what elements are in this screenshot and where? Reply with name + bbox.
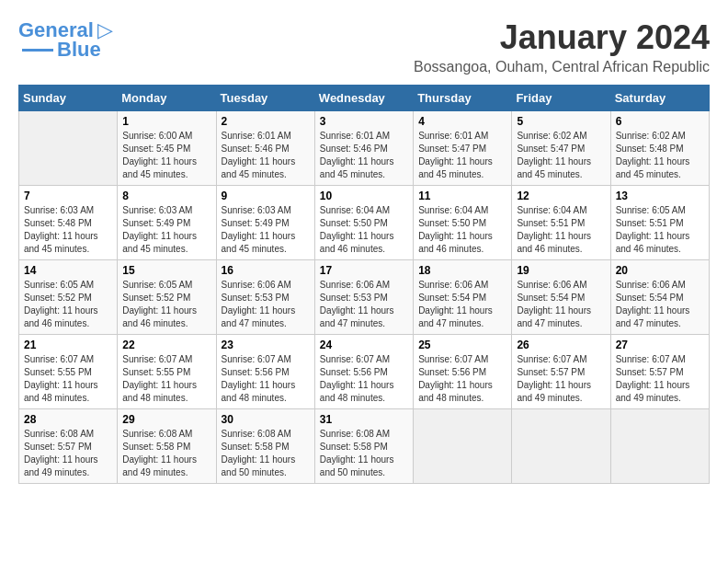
calendar-cell: 31 Sunrise: 6:08 AM Sunset: 5:58 PM Dayl… bbox=[314, 409, 413, 484]
calendar-cell: 9 Sunrise: 6:03 AM Sunset: 5:49 PM Dayli… bbox=[216, 186, 314, 260]
day-number: 31 bbox=[320, 413, 408, 426]
title-section: January 2024 Bossangoa, Ouham, Central A… bbox=[414, 18, 710, 75]
day-info: Sunrise: 6:06 AM Sunset: 5:54 PM Dayligh… bbox=[418, 280, 493, 328]
calendar-cell: 8 Sunrise: 6:03 AM Sunset: 5:49 PM Dayli… bbox=[118, 186, 216, 260]
calendar-cell: 19 Sunrise: 6:06 AM Sunset: 5:54 PM Dayl… bbox=[512, 260, 610, 335]
day-number: 11 bbox=[418, 190, 506, 202]
day-info: Sunrise: 6:07 AM Sunset: 5:56 PM Dayligh… bbox=[320, 354, 394, 403]
day-header-saturday: Saturday bbox=[610, 86, 709, 111]
calendar-cell: 24 Sunrise: 6:07 AM Sunset: 5:56 PM Dayl… bbox=[314, 335, 413, 409]
calendar-table: SundayMondayTuesdayWednesdayThursdayFrid… bbox=[18, 85, 710, 484]
day-number: 27 bbox=[616, 339, 704, 351]
week-row-1: 1 Sunrise: 6:00 AM Sunset: 5:45 PM Dayli… bbox=[19, 111, 710, 186]
day-info: Sunrise: 6:00 AM Sunset: 5:45 PM Dayligh… bbox=[122, 131, 197, 179]
calendar-cell: 18 Sunrise: 6:06 AM Sunset: 5:54 PM Dayl… bbox=[414, 260, 512, 335]
day-header-thursday: Thursday bbox=[414, 86, 512, 111]
day-info: Sunrise: 6:05 AM Sunset: 5:51 PM Dayligh… bbox=[616, 205, 690, 254]
day-header-monday: Monday bbox=[118, 86, 216, 111]
day-info: Sunrise: 6:03 AM Sunset: 5:48 PM Dayligh… bbox=[24, 205, 98, 254]
day-info: Sunrise: 6:07 AM Sunset: 5:57 PM Dayligh… bbox=[517, 354, 591, 403]
calendar-cell bbox=[414, 409, 512, 484]
day-info: Sunrise: 6:07 AM Sunset: 5:55 PM Dayligh… bbox=[122, 354, 197, 403]
day-number: 13 bbox=[616, 190, 704, 202]
day-number: 5 bbox=[517, 115, 605, 128]
header: General ▷ Blue January 2024 Bossangoa, O… bbox=[18, 18, 710, 75]
day-number: 23 bbox=[222, 339, 310, 351]
day-number: 18 bbox=[418, 264, 506, 277]
day-info: Sunrise: 6:07 AM Sunset: 5:56 PM Dayligh… bbox=[222, 354, 296, 403]
day-number: 25 bbox=[418, 339, 506, 351]
day-info: Sunrise: 6:02 AM Sunset: 5:47 PM Dayligh… bbox=[517, 131, 591, 179]
day-info: Sunrise: 6:07 AM Sunset: 5:56 PM Dayligh… bbox=[418, 354, 493, 403]
calendar-cell bbox=[610, 409, 709, 484]
day-info: Sunrise: 6:06 AM Sunset: 5:53 PM Dayligh… bbox=[320, 280, 394, 328]
day-info: Sunrise: 6:08 AM Sunset: 5:58 PM Dayligh… bbox=[222, 429, 296, 477]
day-info: Sunrise: 6:01 AM Sunset: 5:46 PM Dayligh… bbox=[222, 131, 296, 179]
day-info: Sunrise: 6:04 AM Sunset: 5:51 PM Dayligh… bbox=[517, 205, 591, 254]
day-number: 9 bbox=[222, 190, 310, 202]
day-header-sunday: Sunday bbox=[19, 86, 118, 111]
day-number: 10 bbox=[320, 190, 408, 202]
calendar-cell: 6 Sunrise: 6:02 AM Sunset: 5:48 PM Dayli… bbox=[610, 111, 709, 186]
logo: General ▷ Blue bbox=[18, 18, 113, 61]
subtitle: Bossangoa, Ouham, Central African Republ… bbox=[414, 59, 710, 75]
day-number: 20 bbox=[616, 264, 704, 277]
day-info: Sunrise: 6:07 AM Sunset: 5:55 PM Dayligh… bbox=[24, 354, 98, 403]
calendar-cell: 10 Sunrise: 6:04 AM Sunset: 5:50 PM Dayl… bbox=[314, 186, 413, 260]
day-info: Sunrise: 6:04 AM Sunset: 5:50 PM Dayligh… bbox=[418, 205, 493, 254]
day-info: Sunrise: 6:05 AM Sunset: 5:52 PM Dayligh… bbox=[24, 280, 98, 328]
day-number: 2 bbox=[222, 115, 310, 128]
day-info: Sunrise: 6:06 AM Sunset: 5:54 PM Dayligh… bbox=[517, 280, 591, 328]
day-info: Sunrise: 6:01 AM Sunset: 5:46 PM Dayligh… bbox=[320, 131, 394, 179]
day-number: 3 bbox=[320, 115, 408, 128]
calendar-cell: 2 Sunrise: 6:01 AM Sunset: 5:46 PM Dayli… bbox=[216, 111, 314, 186]
calendar-cell: 27 Sunrise: 6:07 AM Sunset: 5:57 PM Dayl… bbox=[610, 335, 709, 409]
calendar-cell: 22 Sunrise: 6:07 AM Sunset: 5:55 PM Dayl… bbox=[118, 335, 216, 409]
calendar-cell: 20 Sunrise: 6:06 AM Sunset: 5:54 PM Dayl… bbox=[610, 260, 709, 335]
calendar-cell: 15 Sunrise: 6:05 AM Sunset: 5:52 PM Dayl… bbox=[118, 260, 216, 335]
calendar-cell: 4 Sunrise: 6:01 AM Sunset: 5:47 PM Dayli… bbox=[414, 111, 512, 186]
day-info: Sunrise: 6:03 AM Sunset: 5:49 PM Dayligh… bbox=[222, 205, 296, 254]
calendar-cell bbox=[512, 409, 610, 484]
calendar-cell: 14 Sunrise: 6:05 AM Sunset: 5:52 PM Dayl… bbox=[19, 260, 118, 335]
calendar-cell: 3 Sunrise: 6:01 AM Sunset: 5:46 PM Dayli… bbox=[314, 111, 413, 186]
day-number: 12 bbox=[517, 190, 605, 202]
day-number: 22 bbox=[122, 339, 210, 351]
day-number: 19 bbox=[517, 264, 605, 277]
day-number: 26 bbox=[517, 339, 605, 351]
main-title: January 2024 bbox=[414, 18, 710, 57]
day-info: Sunrise: 6:05 AM Sunset: 5:52 PM Dayligh… bbox=[122, 280, 197, 328]
calendar-cell: 23 Sunrise: 6:07 AM Sunset: 5:56 PM Dayl… bbox=[216, 335, 314, 409]
day-number: 24 bbox=[320, 339, 408, 351]
day-number: 28 bbox=[24, 413, 112, 426]
day-number: 17 bbox=[320, 264, 408, 277]
calendar-cell: 28 Sunrise: 6:08 AM Sunset: 5:57 PM Dayl… bbox=[19, 409, 118, 484]
day-number: 14 bbox=[24, 264, 112, 277]
day-number: 8 bbox=[122, 190, 210, 202]
day-info: Sunrise: 6:08 AM Sunset: 5:58 PM Dayligh… bbox=[320, 429, 394, 477]
day-info: Sunrise: 6:08 AM Sunset: 5:58 PM Dayligh… bbox=[122, 429, 197, 477]
day-header-wednesday: Wednesday bbox=[314, 86, 413, 111]
calendar-cell: 30 Sunrise: 6:08 AM Sunset: 5:58 PM Dayl… bbox=[216, 409, 314, 484]
day-number: 30 bbox=[222, 413, 310, 426]
week-row-5: 28 Sunrise: 6:08 AM Sunset: 5:57 PM Dayl… bbox=[19, 409, 710, 484]
day-number: 1 bbox=[122, 115, 210, 128]
day-header-friday: Friday bbox=[512, 86, 610, 111]
day-info: Sunrise: 6:01 AM Sunset: 5:47 PM Dayligh… bbox=[418, 131, 493, 179]
logo-blue-text: Blue bbox=[57, 39, 101, 61]
day-number: 7 bbox=[24, 190, 112, 202]
week-row-3: 14 Sunrise: 6:05 AM Sunset: 5:52 PM Dayl… bbox=[19, 260, 710, 335]
day-number: 15 bbox=[122, 264, 210, 277]
day-number: 29 bbox=[122, 413, 210, 426]
calendar-cell: 7 Sunrise: 6:03 AM Sunset: 5:48 PM Dayli… bbox=[19, 186, 118, 260]
calendar-cell: 11 Sunrise: 6:04 AM Sunset: 5:50 PM Dayl… bbox=[414, 186, 512, 260]
calendar-cell: 16 Sunrise: 6:06 AM Sunset: 5:53 PM Dayl… bbox=[216, 260, 314, 335]
week-row-4: 21 Sunrise: 6:07 AM Sunset: 5:55 PM Dayl… bbox=[19, 335, 710, 409]
calendar-cell bbox=[19, 111, 118, 186]
day-number: 21 bbox=[24, 339, 112, 351]
day-info: Sunrise: 6:06 AM Sunset: 5:54 PM Dayligh… bbox=[616, 280, 690, 328]
day-number: 16 bbox=[222, 264, 310, 277]
calendar-cell: 1 Sunrise: 6:00 AM Sunset: 5:45 PM Dayli… bbox=[118, 111, 216, 186]
calendar-cell: 21 Sunrise: 6:07 AM Sunset: 5:55 PM Dayl… bbox=[19, 335, 118, 409]
week-row-2: 7 Sunrise: 6:03 AM Sunset: 5:48 PM Dayli… bbox=[19, 186, 710, 260]
